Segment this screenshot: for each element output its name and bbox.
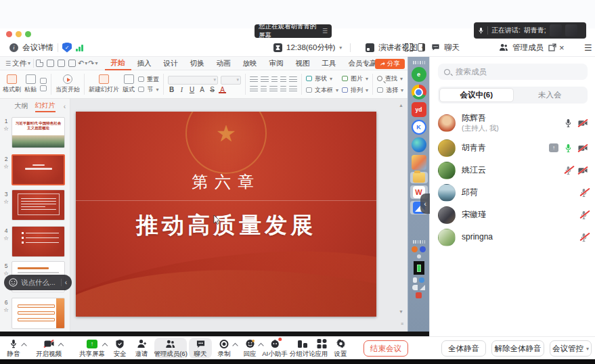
font-color-button[interactable]: A [219, 86, 226, 93]
tab-tools[interactable]: 工具 [316, 58, 343, 70]
battery-indicator[interactable] [414, 261, 424, 275]
unmute-all-button[interactable]: 解除全体静音 [491, 340, 544, 357]
member-row[interactable]: springna [430, 226, 595, 248]
invite-button[interactable]: 邀请 [135, 338, 148, 359]
meeting-control-button[interactable]: 会议管控 ▾ [550, 340, 592, 357]
redo-icon[interactable]: ↷ [88, 59, 94, 68]
apps-button[interactable]: 应用 [315, 338, 328, 359]
tab-animation[interactable]: 动画 [211, 58, 237, 70]
insert-textbox-button[interactable]: 文本框▾ [306, 86, 338, 95]
youdao-icon[interactable]: yd [412, 102, 426, 117]
popout-panel-button[interactable] [548, 41, 556, 54]
format-painter-button[interactable]: 格式刷 [3, 74, 21, 94]
quick-chat-placeholder[interactable]: 说点什么... [21, 278, 58, 288]
print-icon[interactable] [58, 60, 65, 67]
slide-thumbnail-4[interactable] [12, 226, 65, 257]
font-family-select[interactable] [168, 76, 218, 85]
collapse-panel-icon[interactable]: ‹ [64, 103, 66, 110]
share-screen-button[interactable]: ↑ 共享屏幕 [79, 338, 105, 359]
security-button[interactable]: 安全 [114, 338, 127, 359]
cloud-sync-icon[interactable]: ☁ [368, 60, 375, 68]
export-icon[interactable] [47, 60, 54, 67]
chat-panel-tab[interactable]: 聊天 [431, 41, 460, 54]
slide-thumbnail-6[interactable] [12, 298, 65, 329]
tray-icons[interactable] [408, 254, 429, 258]
mic-muted-icon[interactable] [580, 233, 588, 242]
file-explorer-icon[interactable] [413, 173, 425, 183]
insert-picture-button[interactable]: 图片▾ [342, 74, 368, 83]
emoji-icon[interactable] [9, 278, 18, 287]
save-icon[interactable] [36, 60, 43, 67]
mic-muted-icon[interactable] [580, 210, 588, 220]
chevron-up-icon[interactable] [102, 343, 108, 348]
reactions-button[interactable]: 回应 [244, 338, 257, 359]
slide-thumbnail-3[interactable] [12, 189, 65, 221]
members-panel-tab[interactable]: 管理成员 [499, 41, 544, 54]
list-format-row[interactable] [250, 76, 297, 83]
member-row[interactable]: 姚江云 [430, 159, 595, 181]
meeting-timer-group[interactable]: 12:38(60分钟) ▾ [273, 41, 351, 54]
preview-icon[interactable] [68, 60, 76, 67]
arrange-button[interactable]: 排列▾ [342, 86, 368, 95]
wps-file-menu[interactable]: ☰ 文件 ▾ [3, 59, 33, 68]
mic-muted-icon[interactable] [580, 188, 588, 198]
tab-review[interactable]: 审阅 [263, 58, 290, 70]
underline-button[interactable]: U [188, 86, 196, 93]
tab-design[interactable]: 设计 [158, 58, 184, 70]
tab-insert[interactable]: 插入 [131, 58, 158, 70]
strikethrough-button[interactable]: S [208, 86, 216, 93]
font-size-select[interactable] [221, 76, 241, 85]
settings-button[interactable]: 设置 [334, 338, 347, 359]
char-button[interactable]: A [198, 86, 206, 93]
more-menu-button[interactable]: ☰ [584, 41, 592, 54]
camera-off-icon[interactable] [578, 166, 588, 175]
scroll-up-arrow[interactable]: ▲ [399, 103, 403, 108]
network-signal-icon[interactable] [76, 44, 83, 51]
meeting-details-link[interactable]: 会议详情 [22, 43, 53, 53]
tab-in-meeting[interactable]: 会议中(6) [439, 88, 514, 102]
browser-360-icon[interactable]: e [412, 67, 426, 82]
paste-button[interactable]: 粘贴 [24, 74, 37, 94]
mic-on-icon[interactable] [565, 118, 572, 128]
undo-icon[interactable]: ↶ [78, 59, 84, 68]
scroll-down-arrow[interactable]: ▼ [399, 309, 403, 314]
slide-thumbnail-1[interactable]: 习近平新时代 中国特色社会主义思想概论 [12, 117, 65, 148]
banner-list-icon[interactable]: ☰ [322, 28, 328, 35]
outline-tab[interactable]: 大纲 [15, 101, 28, 111]
reset-button[interactable]: 重置 [138, 75, 159, 84]
tray-icons[interactable] [408, 277, 429, 283]
section-button[interactable]: 节▾ [138, 85, 158, 94]
chevron-up-icon[interactable] [232, 343, 238, 348]
collapse-pill-icon[interactable]: ‹ [65, 279, 67, 286]
manage-members-button[interactable]: 管理成员(6) [154, 338, 188, 359]
mic-muted-icon[interactable] [565, 166, 572, 175]
quick-chat-pill[interactable]: 说点什么... ‹ [4, 275, 72, 290]
cut-copy-group[interactable] [40, 78, 47, 91]
member-row[interactable]: 胡青青 ↑ [430, 137, 595, 159]
toggle-sidebar-button[interactable] [418, 41, 425, 54]
window-close-button[interactable] [6, 31, 12, 37]
current-slide[interactable]: ★ 第六章 推动高质量发展 [76, 112, 376, 317]
italic-button[interactable]: I [178, 86, 185, 93]
insert-shape-button[interactable]: 形状▾ [306, 74, 332, 83]
camera-off-icon[interactable] [578, 119, 588, 127]
chevron-up-icon[interactable] [21, 343, 26, 348]
chevron-up-icon[interactable] [58, 343, 63, 348]
tray-icons[interactable] [408, 246, 429, 252]
close-panel-button[interactable]: × [559, 41, 565, 54]
member-row[interactable]: 宋徽瑾 [430, 204, 595, 226]
select-button[interactable]: 选择▾ [377, 86, 403, 95]
slides-tab[interactable]: 幻灯片 [35, 101, 56, 112]
screen-sharing-icon[interactable]: ↑ [549, 143, 558, 152]
new-slide-button[interactable]: 新建幻灯片 [89, 74, 119, 94]
member-row[interactable]: 邱荷 [430, 181, 595, 204]
bold-button[interactable]: B [168, 86, 175, 93]
camera-off-icon[interactable] [578, 144, 588, 152]
k-app-icon[interactable]: K [412, 120, 426, 135]
member-search-box[interactable] [438, 64, 588, 80]
ai-assistant-button[interactable]: AI小助手 [262, 338, 287, 359]
find-button[interactable]: 查找▾ [377, 74, 403, 83]
volume-network-icons[interactable] [408, 285, 429, 290]
chat-button[interactable]: 聊天 [194, 338, 207, 359]
end-meeting-button[interactable]: 结束会议 [363, 340, 408, 357]
